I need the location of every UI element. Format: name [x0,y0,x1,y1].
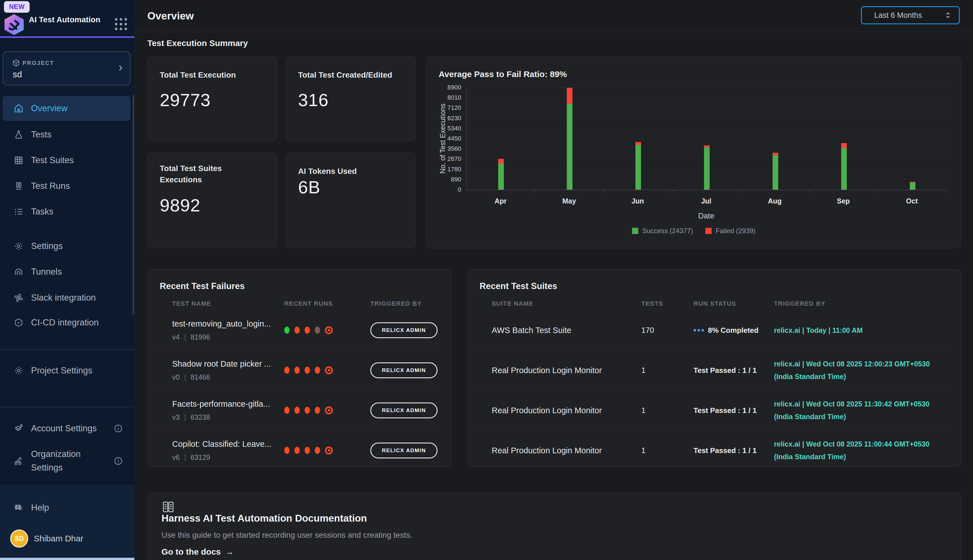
user-menu[interactable]: SD Shibam Dhar [10,530,83,548]
failure-row: Facets-performance-gitla...v3|63238RELIC… [159,390,440,430]
recent-runs-cell [284,326,333,334]
run-current-icon[interactable] [325,326,333,334]
test-name-link[interactable]: Copilot: Classified: Leave... [172,440,271,449]
suite-name-link[interactable]: Real Production Login Monitor [492,365,602,375]
triggered-by-button[interactable]: RELICX ADMIN [370,322,438,338]
y-tick-label: 6230 [427,115,461,122]
test-name-link[interactable]: Facets-performance-gitla... [172,399,270,409]
y-tick-label: 8900 [427,84,461,91]
page-title: Overview [147,10,194,22]
bar-apr-failed[interactable] [498,159,504,163]
apps-grid-icon[interactable] [115,18,127,30]
run-status-dot-fail[interactable] [295,367,300,374]
suite-name-link[interactable]: AWS Batch Test Suite [492,325,571,335]
triggered-by-link[interactable]: relicx.ai | Today | 11:00 AM [774,324,863,337]
run-status-dot-fail[interactable] [295,447,300,454]
bar-jul-failed[interactable] [704,145,710,147]
run-status-dot-fail[interactable] [315,367,320,374]
sidebar-scrollbar[interactable] [133,95,134,315]
run-status-dot-fail[interactable] [284,407,290,414]
bar-may-failed[interactable] [567,88,572,103]
test-name-link[interactable]: test-removing_auto_login... [172,319,271,328]
legend-item[interactable]: Failed (2939) [705,227,755,235]
suites-header-row: SUITE NAME TESTS RUN STATUS TRIGGERED BY [479,297,949,310]
bar-sep-success[interactable] [841,148,847,190]
test-version-run: v6|63129 [172,453,271,462]
run-status-dot-fail[interactable] [305,407,310,414]
help-chat-icon: ? [13,503,24,513]
sidebar-item-label: Account Settings [31,423,97,433]
sidebar-item-tasks[interactable]: Tasks [3,199,130,224]
run-current-icon[interactable] [325,367,333,374]
select-chevrons-icon [944,11,952,20]
docs-link[interactable]: Go to the docs → [162,547,234,557]
chart-title: Average Pass to Fail Ratio: 89% [439,70,567,79]
sidebar-item-test-runs[interactable]: Test Runs [3,173,130,199]
run-current-icon[interactable] [325,407,333,414]
bar-may-success[interactable] [567,103,572,190]
run-status-dot-fail[interactable] [315,407,320,414]
triggered-by-link[interactable]: relicx.ai | Wed Oct 08 2025 12:00:23 GMT… [774,358,930,383]
bar-aug-success[interactable] [773,155,778,190]
bar-sep-failed[interactable] [841,143,847,148]
run-status-dot-fail[interactable] [295,407,300,414]
triggered-by-button[interactable]: RELICX ADMIN [370,402,438,418]
sidebar-item-overview[interactable]: Overview [3,96,130,121]
suite-name-link[interactable]: Real Production Login Monitor [492,406,602,415]
legend-item[interactable]: Success (24377) [632,227,693,235]
run-status-dot-pass[interactable] [284,327,290,333]
run-status-dot-fail[interactable] [295,327,300,333]
x-tick-mark [672,190,673,192]
stat-value: 316 [298,90,328,110]
run-status-dot-fail[interactable] [305,327,310,333]
suite-name-link[interactable]: Real Production Login Monitor [492,446,602,455]
docs-book-icon [162,500,175,514]
run-status-dot-fail[interactable] [284,447,290,454]
triggered-by-link[interactable]: relicx.ai | Wed Oct 08 2025 11:00:44 GMT… [774,438,930,463]
suite-tests-count: 1 [641,446,646,455]
column-header: TRIGGERED BY [774,300,825,307]
run-status-dot-aborted[interactable] [315,327,320,333]
sidebar-item-tunnels[interactable]: Tunnels [3,259,130,285]
sidebar-divider [0,349,134,350]
bar-jun-success[interactable] [635,145,641,190]
run-status-dot-fail[interactable] [305,447,310,454]
run-status-dot-fail[interactable] [305,367,310,374]
x-tick-label: Sep [826,197,860,205]
run-status-dot-fail[interactable] [284,367,290,374]
bar-apr-success[interactable] [498,163,504,190]
failure-name-cell: Copilot: Classified: Leave...v6|63129 [172,440,271,462]
chart-plot-area [467,88,947,190]
test-version-run: v3|63238 [172,413,270,422]
triggered-by-button[interactable]: RELICX ADMIN [370,362,438,378]
sidebar-item-help[interactable]: ? Help [3,495,130,520]
test-name-link[interactable]: Shadow root Date picker ... [172,359,271,368]
triggered-by-button[interactable]: RELICX ADMIN [370,443,438,458]
triggered-by-link[interactable]: relicx.ai | Wed Oct 08 2025 11:30:42 GMT… [774,398,930,423]
time-range-select[interactable]: Last 6 Months [861,6,960,24]
run-current-icon[interactable] [325,447,333,455]
sidebar-item-label: Tunnels [31,267,62,277]
sidebar-item-project-settings[interactable]: Project Settings [3,358,130,383]
bar-oct-success[interactable] [910,183,915,190]
sidebar-item-cicd-integration[interactable]: ∞ CI-CD integration [3,310,130,335]
sidebar-item-tests[interactable]: Tests [3,122,130,147]
sidebar-item-organization-settings[interactable]: Organization Settings [3,440,130,481]
triggered-by-cell: RELICX ADMIN [370,362,438,378]
info-icon[interactable] [113,424,123,433]
sidebar-bottom-strip [0,558,134,560]
bar-oct-failed[interactable] [910,182,915,182]
bar-aug-failed[interactable] [773,153,778,155]
bar-jun-failed[interactable] [635,142,641,145]
sidebar-item-account-settings[interactable]: Account Settings [3,416,130,441]
run-status-dot-fail[interactable] [315,447,320,454]
bar-jul-success[interactable] [704,147,710,190]
project-selector[interactable]: PROJECT sd › [3,52,130,85]
info-icon[interactable] [113,456,123,466]
sidebar-item-test-suites[interactable]: Test Suites [3,148,130,173]
failure-row: test-removing_auto_login...v4|81996RELIC… [159,310,440,350]
sidebar-item-slack-integration[interactable]: Slack integration [3,285,130,310]
sidebar-item-settings[interactable]: Settings [3,233,130,259]
failures-header-row: TEST NAME RECENT RUNS TRIGGERED BY [159,297,440,310]
app-root: NEW AI Test Automation PROJECT [0,0,973,560]
